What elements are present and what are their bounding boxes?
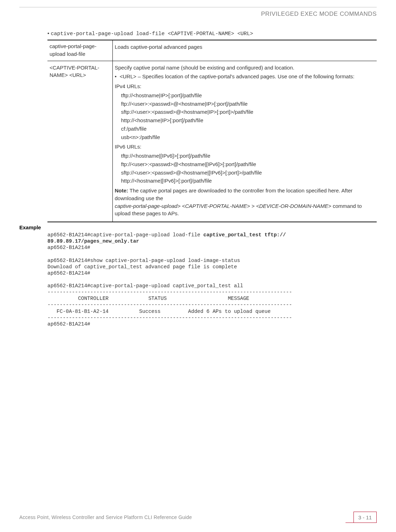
term-bold: 89.89.89.17/pages_new_only.tar (47, 238, 139, 244)
ipv6-label: IPv6 URLs: (115, 143, 374, 151)
main-content: captive-portal-page-upload load-file <CA… (47, 30, 377, 327)
term-bold: captive_portal_test tftp:// (203, 232, 286, 238)
param-name-cell: <CAPTIVE-PORTAL-NAME> <URL> (47, 61, 112, 222)
note-block: Note: The captive portal pages are downl… (115, 187, 374, 217)
term-line: ap6562-B1A214# (47, 270, 90, 276)
note-italic: captive-portal-page-upload> <CAPTIVE-POR… (115, 203, 331, 209)
page-number: 3 - 11 (358, 514, 372, 520)
ipv4-label: IPv4 URLs: (115, 83, 374, 90)
term-line: ----------------------------------------… (47, 289, 292, 295)
param-name-cell: captive-portal-page-upload load-file (47, 40, 112, 61)
table-row: <CAPTIVE-PORTAL-NAME> <URL> Specify capt… (47, 61, 377, 222)
page: PRIVILEGED EXEC MODE COMMANDS captive-po… (0, 0, 396, 532)
table-row: captive-portal-page-upload load-file Loa… (47, 40, 377, 61)
term-line: ----------------------------------------… (47, 302, 292, 308)
url-line: usb<n>:/path/file (121, 133, 374, 141)
term-line: ap6562-B1A214#captive-portal-page-upload… (47, 232, 203, 238)
term-line: ap6562-B1A214# (47, 245, 90, 250)
url-line: cf:/path/file (121, 125, 374, 133)
syntax-line: captive-portal-page-upload load-file <CA… (47, 30, 377, 37)
footer-title: Access Point, Wireless Controller and Se… (19, 514, 192, 520)
url-line: ftp://<user>:<passwd>@<hostname|IP>[:por… (121, 100, 374, 108)
url-line: sftp://<user>:<passwd>@<hostname|[IPv6]>… (121, 169, 374, 177)
page-footer: Access Point, Wireless Controller and Se… (19, 512, 377, 523)
url-line: ftp://<user>:<passwd>@<hostname|[IPv6]>[… (121, 160, 374, 168)
term-line: FC-0A-81-B1-A2-14 Success Added 6 APs to… (47, 309, 271, 314)
param-desc-cell: Specify captive portal name (should be e… (112, 61, 377, 222)
desc-line: Specify captive portal name (should be e… (115, 64, 374, 72)
footer-right: 3 - 11 (353, 512, 377, 523)
url-line: tftp://<hostname|[IPv6]>[:port]/path/fil… (121, 152, 374, 160)
example-heading: Example (19, 224, 377, 230)
ipv4-url-list: tftp://<hostname|IP>[:port]/path/file ft… (115, 92, 374, 141)
url-line: sftp://<user>:<passwd>@<hostname|IP>[:po… (121, 108, 374, 116)
terminal-output: ap6562-B1A214#captive-portal-page-upload… (47, 232, 377, 327)
url-line: http://<hostname|[IPv6]>[:port]/path/fil… (121, 177, 374, 185)
page-number-box: 3 - 11 (353, 512, 377, 523)
desc-bullet: <URL> – Specifies location of the captiv… (115, 73, 374, 80)
section-header: PRIVILEGED EXEC MODE COMMANDS (261, 11, 377, 18)
term-line: ap6562-B1A214# (47, 321, 90, 327)
top-rule (19, 7, 377, 7)
ipv6-url-list: tftp://<hostname|[IPv6]>[:port]/path/fil… (115, 152, 374, 185)
url-line: http://<hostname|IP>[:port]/path/file (121, 117, 374, 124)
desc-text: Loads captive-portal advanced pages (115, 43, 374, 51)
parameters-table: captive-portal-page-upload load-file Loa… (47, 40, 377, 222)
term-line: Download of captive_portal_test advanced… (47, 264, 237, 270)
term-line: ----------------------------------------… (47, 315, 292, 321)
note-prefix: Note: (115, 188, 128, 193)
term-line: ap6562-B1A214#captive-portal-page-upload… (47, 283, 243, 289)
term-line: CONTROLLER STATUS MESSAGE (47, 296, 249, 301)
term-line: ap6562-B1A214#show captive-portal-page-u… (47, 258, 240, 263)
param-desc-cell: Loads captive-portal advanced pages (112, 40, 377, 61)
url-line: tftp://<hostname|IP>[:port]/path/file (121, 92, 374, 99)
note-text: The captive portal pages are downloaded … (115, 188, 353, 201)
